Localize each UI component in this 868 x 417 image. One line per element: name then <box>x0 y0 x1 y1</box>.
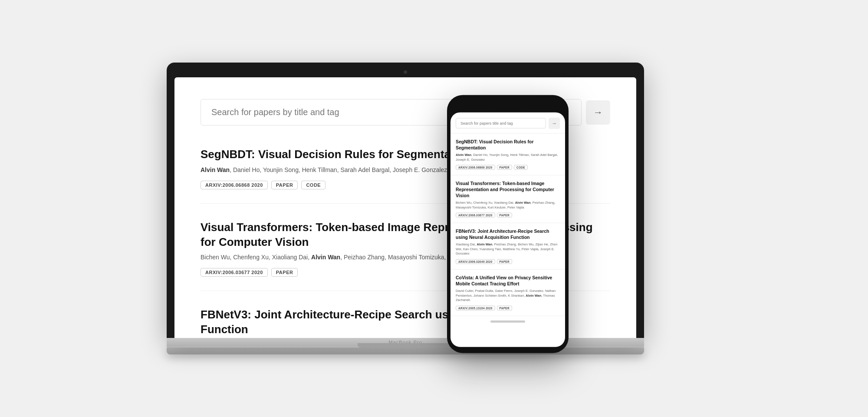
phone-search-bar: → <box>450 113 565 134</box>
laptop-body: → SegNBDT: Visual Decision Rules for Seg… <box>167 63 644 338</box>
phone-arrow-right-icon: → <box>552 120 557 126</box>
laptop-search-button[interactable]: → <box>586 100 610 125</box>
phone-tag-paper-1: PAPER <box>497 165 512 170</box>
phone-screen-inner: → SegNBDT: Visual Decision Rules for Seg… <box>450 113 565 316</box>
phone-tag-arxiv-4: ARXIV:2005.13164 2020 <box>456 305 495 310</box>
arrow-right-icon: → <box>593 107 603 118</box>
tag-arxiv-2: ARXIV:2006.03677 2020 <box>201 268 268 277</box>
phone-search-input[interactable] <box>456 118 546 129</box>
phone-paper-2-authors: Bichen Wu, Chenfeng Xu, Xiaoliang Dai, A… <box>456 201 560 210</box>
phone-tag-code-1: CODE <box>514 165 528 170</box>
phone-screen: → SegNBDT: Visual Decision Rules for Seg… <box>450 113 565 347</box>
tag-arxiv-1: ARXIV:2006.06868 2020 <box>201 181 268 189</box>
phone-paper-4-title: CoVista: A Unified View on Privacy Sensi… <box>456 275 560 287</box>
laptop-brand-label: MacBook Pro <box>167 338 644 347</box>
phone-papers: SegNBDT: Visual Decision Rules for Segme… <box>450 134 565 316</box>
phone-home-bar <box>490 320 525 322</box>
phone: → SegNBDT: Visual Decision Rules for Seg… <box>447 95 569 353</box>
phone-tag-paper-2: PAPER <box>497 213 512 218</box>
phone-tag-arxiv-1: ARXIV:2006.06868 2020 <box>456 165 495 170</box>
phone-paper-1-tags: ARXIV:2006.06868 2020 PAPER CODE <box>456 165 560 170</box>
phone-paper-2: Visual Transformers: Token-based Image R… <box>450 175 565 223</box>
scene: → SegNBDT: Visual Decision Rules for Seg… <box>43 13 825 404</box>
phone-paper-3: FBNetV3: Joint Architecture-Recipe Searc… <box>450 223 565 270</box>
phone-tag-paper-4: PAPER <box>497 305 512 310</box>
laptop-camera <box>404 70 407 74</box>
phone-tag-paper-3: PAPER <box>497 259 512 264</box>
phone-paper-4-authors: David Culler, Prabal Dutta, Gabe Fierro,… <box>456 289 560 303</box>
phone-tag-arxiv-2: ARXIV:2006.03677 2020 <box>456 213 495 218</box>
phone-paper-3-tags: ARXIV:2006.02049 2020 PAPER <box>456 259 560 264</box>
phone-paper-1-authors: Alvin Wan, Daniel Ho, Younjin Song, Henk… <box>456 153 560 162</box>
phone-body: → SegNBDT: Visual Decision Rules for Seg… <box>447 95 569 353</box>
phone-paper-1: SegNBDT: Visual Decision Rules for Segme… <box>450 134 565 175</box>
laptop-base: MacBook Pro <box>167 338 644 348</box>
phone-paper-4: CoVista: A Unified View on Privacy Sensi… <box>450 270 565 316</box>
laptop-bottom <box>167 348 644 354</box>
phone-paper-3-authors: Xiaoliang Dai, Alvin Wan, Peizhao Zhang,… <box>456 242 560 256</box>
phone-notch <box>486 101 529 111</box>
phone-paper-1-title: SegNBDT: Visual Decision Rules for Segme… <box>456 139 560 151</box>
phone-paper-2-title: Visual Transformers: Token-based Image R… <box>456 181 560 199</box>
phone-search-button[interactable]: → <box>549 118 560 129</box>
tag-paper-1: PAPER <box>271 181 298 189</box>
phone-paper-2-tags: ARXIV:2006.03677 2020 PAPER <box>456 213 560 218</box>
tag-code-1: CODE <box>301 181 326 189</box>
phone-tag-arxiv-3: ARXIV:2006.02049 2020 <box>456 259 495 264</box>
tag-paper-2: PAPER <box>271 268 298 277</box>
phone-paper-4-tags: ARXIV:2005.13164 2020 PAPER <box>456 305 560 310</box>
phone-paper-3-title: FBNetV3: Joint Architecture-Recipe Searc… <box>456 228 560 240</box>
laptop: → SegNBDT: Visual Decision Rules for Seg… <box>167 63 644 354</box>
